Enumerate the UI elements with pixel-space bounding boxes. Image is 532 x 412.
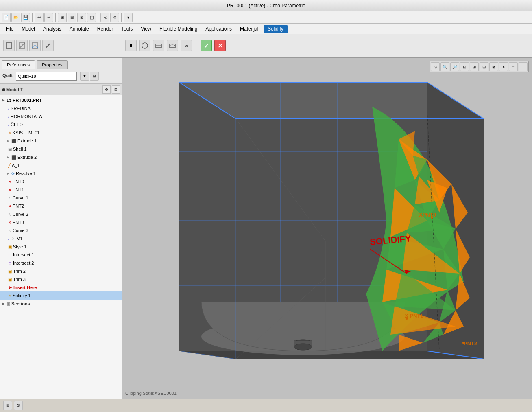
quilt-area: Quilt ▼ ⊞ [0, 69, 122, 83]
menu-render[interactable]: Render [93, 25, 117, 33]
tree-item-pnt3[interactable]: ✕ PNT3 [0, 218, 122, 226]
tree-item-sredina[interactable]: / SREDINA [0, 104, 122, 112]
tree-item-shell1[interactable]: ▣ Shell 1 [0, 145, 122, 153]
mt-btn-2[interactable]: ⊞ [112, 85, 120, 94]
tool-icon-2[interactable] [16, 40, 28, 51]
new-btn[interactable]: 📄 [2, 13, 11, 22]
svg-point-62 [462, 342, 465, 344]
menu-solidify[interactable]: Solidify [264, 25, 288, 33]
mt-btn-1[interactable]: ⚙ [102, 85, 111, 94]
cancel-button[interactable]: ✕ [214, 40, 226, 51]
vp-btn-zoom-in[interactable]: 🔍 [440, 62, 449, 71]
tree-item-trim2[interactable]: ▣ Trim 2 [0, 267, 122, 275]
vp-btn-1[interactable]: ⊙ [431, 62, 440, 71]
solidify-tool-4[interactable] [167, 40, 178, 51]
menu-materijali[interactable]: Materijali [236, 25, 264, 33]
tab-properties[interactable]: Properties [37, 60, 68, 69]
tab-references[interactable]: References [2, 60, 35, 69]
save-btn[interactable]: 💾 [21, 13, 30, 22]
tree-label-curve3: Curve 3 [13, 228, 28, 233]
tree-item-horizontala[interactable]: / HORIZONTALA [0, 112, 122, 121]
view-btn3[interactable]: ⊠ [77, 13, 86, 22]
tree-item-dtm1[interactable]: / DTM1 [0, 234, 122, 243]
menu-view[interactable]: View [137, 25, 155, 33]
menu-tools[interactable]: Tools [117, 25, 137, 33]
status-icon-2[interactable]: ⊙ [14, 401, 23, 410]
view-btn2[interactable]: ⊟ [68, 13, 76, 22]
menu-model[interactable]: Model [17, 25, 39, 33]
solidify-tool-5[interactable]: ∞ [181, 40, 192, 51]
tree-label-curve2: Curve 2 [13, 212, 28, 217]
tree-item-intersect2[interactable]: ⚙ Intersect 2 [0, 259, 122, 267]
vp-btn-5[interactable]: ⊟ [480, 62, 488, 71]
tree-root[interactable]: ▶ 🗂 PRT0001.PRT [0, 96, 122, 104]
menu-analysis[interactable]: Analysis [39, 25, 65, 33]
tree-item-pnt0[interactable]: ✕ PNT0 [0, 178, 122, 186]
quilt-tool-2[interactable]: ⊞ [90, 72, 99, 81]
solidify-pause-btn[interactable]: ⏸ [125, 40, 137, 51]
svg-point-31 [294, 344, 312, 350]
view-btn1[interactable]: ⊞ [58, 13, 67, 22]
tree-item-style1[interactable]: ▣ Style 1 [0, 243, 122, 251]
extra-btn[interactable]: ▾ [124, 13, 133, 22]
tool-icon-4[interactable] [42, 40, 54, 51]
vp-btn-view[interactable]: ⊞ [470, 62, 479, 71]
tree-label-pnt0: PNT0 [13, 179, 24, 184]
tree-item-ksistem[interactable]: ✳ KSISTEM_01 [0, 129, 122, 137]
tree-label-ksistem: KSISTEM_01 [13, 130, 40, 135]
tree-item-curve1[interactable]: ∿ Curve 1 [0, 194, 122, 202]
tree-label-shell1: Shell 1 [13, 147, 27, 151]
vp-btn-6[interactable]: ⊠ [489, 62, 498, 71]
tree-item-trim3[interactable]: ▣ Trim 3 [0, 275, 122, 283]
settings-btn[interactable]: ⚙ [110, 13, 119, 22]
tree-item-pnt1[interactable]: ✕ PNT1 [0, 186, 122, 194]
tree-label-solidify1: Solidify 1 [13, 293, 31, 298]
confirm-button[interactable]: ✓ [201, 40, 212, 51]
menu-annotate[interactable]: Annotate [65, 25, 93, 33]
tree-label-trim3: Trim 3 [13, 277, 26, 282]
tree-item-extrude1[interactable]: ▶ ⬛ Extrude 1 [0, 137, 122, 145]
tool-icon-3[interactable] [29, 40, 41, 51]
open-btn[interactable]: 📂 [11, 13, 20, 22]
menu-file[interactable]: File [2, 25, 17, 33]
3d-model-svg: SOLIDIFY XPNT0 X PNT1 PNT2 [122, 58, 532, 399]
reference-area: References Properties Quilt ▼ ⊞ [0, 58, 122, 84]
quilt-tool-1[interactable]: ▼ [80, 72, 89, 81]
tree-item-insert-here[interactable]: ➤ Insert Here [0, 283, 122, 291]
tree-item-intersect1[interactable]: ⚙ Intersect 1 [0, 251, 122, 259]
solidify-tool-2[interactable] [139, 40, 150, 51]
status-icon-1[interactable]: ⊞ [3, 401, 12, 410]
tool-icon-1[interactable] [3, 40, 15, 51]
vp-btn-9[interactable]: + [519, 62, 528, 71]
vp-btn-frame[interactable]: ⊡ [460, 62, 469, 71]
undo-btn[interactable]: ↩ [35, 13, 44, 22]
vp-btn-zoom-out[interactable]: 🔎 [450, 62, 459, 71]
tree-label-sredina: SREDINA [11, 106, 31, 111]
tree-item-extrude2[interactable]: ▶ ⬛ Extrude 2 [0, 153, 122, 161]
svg-rect-8 [170, 44, 175, 48]
tree-label-celo: ČELO [11, 122, 23, 127]
svg-point-60 [431, 216, 433, 219]
sep3 [98, 13, 98, 22]
tree-item-curve2[interactable]: ∿ Curve 2 [0, 210, 122, 218]
quilt-input[interactable] [16, 72, 77, 81]
print-btn[interactable]: 🖨 [100, 13, 109, 22]
tree-item-curve3[interactable]: ∿ Curve 3 [0, 226, 122, 234]
tree-label-sections: Sections [11, 301, 30, 306]
svg-line-1 [19, 43, 25, 48]
redo-btn[interactable]: ↪ [44, 13, 53, 22]
tree-item-sections[interactable]: ▶ ▣ Sections [0, 300, 122, 308]
sep1 [32, 13, 33, 22]
menu-applications[interactable]: Applications [201, 25, 236, 33]
tree-item-solidify1[interactable]: ✳ Solidify 1 [0, 291, 122, 300]
tree-item-pnt2[interactable]: ✕ PNT2 [0, 202, 122, 210]
tree-item-celo[interactable]: / ČELO [0, 121, 122, 129]
tree-item-revolve1[interactable]: ▶ ⟳ Revolve 1 [0, 169, 122, 178]
solidify-tool-3[interactable] [153, 40, 164, 51]
tree-item-a1[interactable]: ╱ A_1 [0, 161, 122, 169]
view-btn4[interactable]: ◫ [87, 13, 96, 22]
vp-btn-7[interactable]: ✕ [499, 62, 508, 71]
left-panel: References Properties Quilt ▼ ⊞ ⊞ Model … [0, 58, 122, 399]
vp-btn-8[interactable]: ≡ [509, 62, 518, 71]
menu-flexible[interactable]: Flexible Modeling [155, 25, 201, 33]
